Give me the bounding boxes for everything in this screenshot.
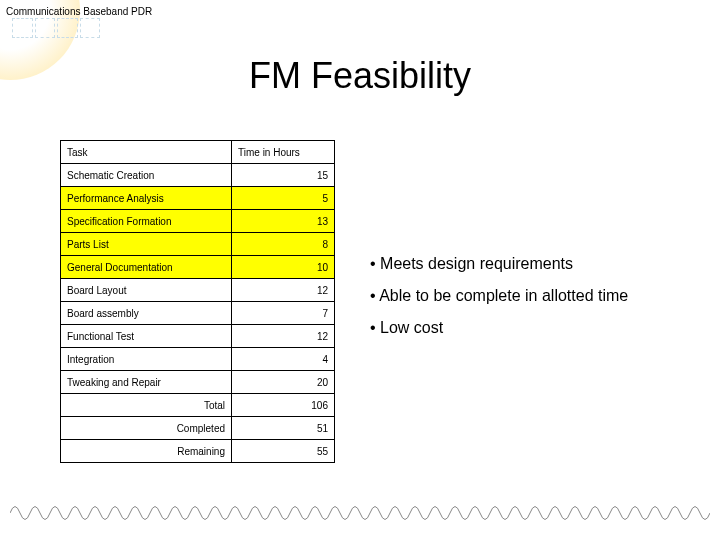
table-row: Parts List8 — [61, 233, 335, 256]
task-cell: Integration — [61, 348, 232, 371]
task-cell: Board assembly — [61, 302, 232, 325]
table-row: General Documentation10 — [61, 256, 335, 279]
total-label: Remaining — [61, 440, 232, 463]
table-row: Board Layout12 — [61, 279, 335, 302]
task-cell: Specification Formation — [61, 210, 232, 233]
total-label: Total — [61, 394, 232, 417]
time-cell: 10 — [232, 256, 335, 279]
table-row: Board assembly7 — [61, 302, 335, 325]
total-value: 106 — [232, 394, 335, 417]
table-row: Integration4 — [61, 348, 335, 371]
task-cell: Schematic Creation — [61, 164, 232, 187]
task-cell: Tweaking and Repair — [61, 371, 232, 394]
task-cell: Functional Test — [61, 325, 232, 348]
table-row: Performance Analysis5 — [61, 187, 335, 210]
table-total-row: Total106 — [61, 394, 335, 417]
table-row: Functional Test12 — [61, 325, 335, 348]
total-value: 51 — [232, 417, 335, 440]
task-cell: Parts List — [61, 233, 232, 256]
feasibility-table: Task Time in Hours Schematic Creation15P… — [60, 140, 335, 463]
time-cell: 13 — [232, 210, 335, 233]
total-value: 55 — [232, 440, 335, 463]
time-cell: 8 — [232, 233, 335, 256]
task-cell: Board Layout — [61, 279, 232, 302]
header-decoration — [12, 18, 102, 38]
bullet-item: Low cost — [370, 312, 628, 344]
bullet-item: Meets design requirements — [370, 248, 628, 280]
slide-title: FM Feasibility — [0, 55, 720, 97]
bullet-item: Able to be complete in allotted time — [370, 280, 628, 312]
table-header-row: Task Time in Hours — [61, 141, 335, 164]
total-label: Completed — [61, 417, 232, 440]
col-task: Task — [61, 141, 232, 164]
time-cell: 20 — [232, 371, 335, 394]
footer-wave-decoration — [10, 498, 710, 528]
table-row: Specification Formation13 — [61, 210, 335, 233]
bullet-list: Meets design requirementsAble to be comp… — [370, 248, 628, 344]
table-row: Schematic Creation15 — [61, 164, 335, 187]
table-row: Tweaking and Repair20 — [61, 371, 335, 394]
time-cell: 7 — [232, 302, 335, 325]
task-cell: Performance Analysis — [61, 187, 232, 210]
table-total-row: Completed51 — [61, 417, 335, 440]
time-cell: 12 — [232, 279, 335, 302]
page-header: Communications Baseband PDR — [6, 6, 152, 17]
time-cell: 12 — [232, 325, 335, 348]
time-cell: 15 — [232, 164, 335, 187]
table-total-row: Remaining55 — [61, 440, 335, 463]
time-cell: 5 — [232, 187, 335, 210]
time-cell: 4 — [232, 348, 335, 371]
col-time: Time in Hours — [232, 141, 335, 164]
task-cell: General Documentation — [61, 256, 232, 279]
